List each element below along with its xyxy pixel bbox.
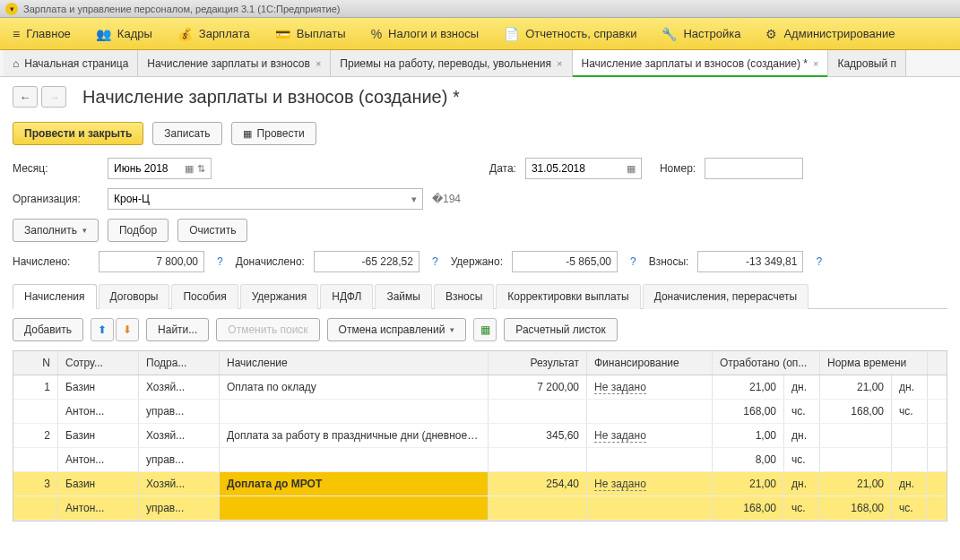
mainnav-item[interactable]: ⚙Администрирование [753,18,907,49]
calendar-icon[interactable]: ▦ [627,163,636,175]
date-label: Дата: [489,162,516,175]
page-title: Начисление зарплаты и взносов (создание)… [82,87,460,108]
dropdown-icon[interactable]: ▾ [411,194,417,205]
app-title: Зарплата и управление персоналом, редакц… [23,4,340,14]
inner-tab[interactable]: Пособия [171,284,238,309]
table-row[interactable]: 2 Базин Хозяй... Доплата за работу в пра… [13,424,947,472]
contrib-value: -13 349,81 [697,251,803,272]
mainnav-item[interactable]: ≡Главное [0,18,83,49]
addl-value: -65 228,52 [314,251,419,272]
grid-header: N Сотру... Подра... Начисление Результат… [13,351,947,375]
accrued-label: Начислено: [13,255,90,268]
help-icon[interactable]: ? [812,255,826,268]
post-and-close-button[interactable]: Провести и закрыть [13,122,143,145]
inner-tab[interactable]: НДФЛ [320,284,373,309]
mainnav-item[interactable]: 🔧Настройка [649,18,753,49]
stepper-icon[interactable]: ⇅ [197,163,205,175]
document-tab[interactable]: Кадровый п [828,50,906,76]
help-icon[interactable]: ? [627,255,640,268]
nav-icon: ⚙ [765,27,777,41]
nav-icon: 📄 [504,27,519,41]
accrued-value: 7 800,00 [99,251,204,272]
close-icon[interactable]: × [557,58,562,69]
month-label: Месяц: [13,162,99,175]
mainnav-item[interactable]: 💰Зарплата [165,18,263,49]
document-tabs: ⌂Начальная страницаНачисление зарплаты и… [0,50,960,77]
clear-button[interactable]: Очистить [177,219,247,242]
nav-icon: % [371,27,382,41]
nav-icon: 💳 [275,27,290,41]
nav-icon: 💰 [177,27,193,41]
inner-tab[interactable]: Договоры [99,284,170,309]
withheld-value: -5 865,00 [512,251,618,272]
pick-button[interactable]: Подбор [108,219,169,242]
finance-link[interactable]: Не задано [594,478,646,491]
columns-config-button[interactable]: ▦ [473,318,497,341]
save-button[interactable]: Записать [152,122,221,145]
org-input[interactable]: ▾ [108,188,423,210]
inner-tab[interactable]: Корректировки выплаты [496,284,640,309]
number-label: Номер: [660,162,696,175]
help-icon[interactable]: ? [213,255,227,268]
move-down-button[interactable]: ⬇ [116,318,139,341]
org-label: Организация: [13,193,99,205]
window-titlebar: ▾ Зарплата и управление персоналом, реда… [0,0,960,18]
accruals-grid[interactable]: N Сотру... Подра... Начисление Результат… [13,350,947,521]
post-button[interactable]: ▦Провести [231,122,316,145]
inner-tab[interactable]: Начисления [13,284,97,309]
move-up-button[interactable]: ⬆ [91,318,114,341]
mainnav-item[interactable]: 📄Отчетность, справки [491,18,649,49]
nav-icon: ≡ [13,27,20,41]
inner-tab[interactable]: Доначисления, перерасчеты [643,284,809,309]
close-icon[interactable]: × [813,58,818,69]
finance-link[interactable]: Не задано [594,381,646,394]
addl-label: Доначислено: [236,255,305,268]
document-tab[interactable]: ⌂Начальная страница [4,50,138,76]
main-nav: ≡Главное👥Кадры💰Зарплата💳Выплаты%Налоги и… [0,18,960,50]
help-icon[interactable]: ? [428,255,442,268]
add-row-button[interactable]: Добавить [13,318,83,341]
document-tab[interactable]: Начисление зарплаты и взносов (создание)… [573,50,829,76]
find-button[interactable]: Найти... [146,318,209,341]
mainnav-item[interactable]: 💳Выплаты [263,18,359,49]
fill-button[interactable]: Заполнить [13,219,99,242]
nav-dropdown-icon[interactable]: ▾ [5,3,18,15]
nav-forward-button[interactable]: → [41,86,66,108]
inner-tab[interactable]: Удержания [240,284,319,309]
post-icon: ▦ [243,128,252,140]
document-tab[interactable]: Начисление зарплаты и взносов× [138,50,331,76]
table-row[interactable]: 1 Базин Хозяй... Оплата по окладу 7 200,… [13,375,947,424]
withheld-label: Удержано: [451,255,503,268]
table-row[interactable]: 3 Базин Хозяй... Доплата до МРОТ 254,40 … [13,472,947,521]
inner-tab[interactable]: Займы [375,284,432,309]
number-input[interactable] [705,158,803,179]
mainnav-item[interactable]: %Налоги и взносы [359,18,492,49]
nav-icon: 🔧 [662,27,677,41]
date-input[interactable]: ▦ [525,158,642,179]
undo-fixes-button[interactable]: Отмена исправлений [327,318,467,341]
calendar-icon[interactable]: ▦ [185,163,194,175]
home-icon: ⌂ [13,57,19,70]
cancel-find-button[interactable]: Отменить поиск [216,318,319,341]
mainnav-item[interactable]: 👥Кадры [83,18,165,49]
inner-tab[interactable]: Взносы [434,284,494,309]
close-icon[interactable]: × [316,58,321,69]
nav-back-button[interactable]: ← [13,86,38,108]
month-input[interactable]: ▦ ⇅ [108,158,212,179]
document-tab[interactable]: Приемы на работу, переводы, увольнения× [331,50,572,76]
payslip-button[interactable]: Расчетный листок [504,318,617,341]
inner-tabstrip: НачисленияДоговорыПособияУдержанияНДФЛЗа… [13,283,947,309]
nav-icon: 👥 [96,27,111,41]
org-open-icon[interactable]: �194 [432,193,450,205]
finance-link[interactable]: Не задано [594,429,646,443]
contrib-label: Взносы: [649,255,689,268]
